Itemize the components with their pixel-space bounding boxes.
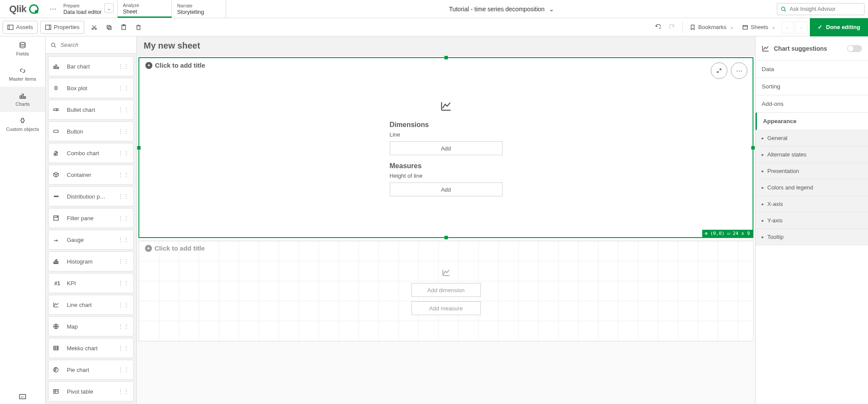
insight-search	[777, 0, 868, 18]
prev-sheet-button[interactable]: ‹	[781, 21, 793, 33]
paste-button[interactable]	[116, 21, 131, 34]
insight-search-input[interactable]	[789, 6, 861, 13]
prop-sub-alternate[interactable]: Alternate states	[756, 147, 868, 163]
prop-section-appearance[interactable]: Appearance	[756, 113, 868, 130]
visualization-line-chart-selected[interactable]: + Click to add title ⋯ Dimensions	[138, 57, 753, 238]
resize-handle-left[interactable]	[137, 146, 141, 150]
bookmarks-dropdown[interactable]: Bookmarks ⌄	[685, 21, 738, 34]
prop-sub-general[interactable]: General	[756, 130, 868, 147]
drag-grip-icon: ⋮⋮	[118, 171, 129, 178]
logo-text: Qlik	[9, 3, 26, 15]
sheet-canvas[interactable]: + Click to add title ⋯ Dimensions	[137, 55, 755, 404]
add-title-icon: +	[145, 245, 152, 252]
chart-item-mekko-chart[interactable]: Mekko chart⋮⋮	[48, 338, 134, 358]
prop-sub-colors-legend[interactable]: Colors and legend	[756, 179, 868, 196]
dimensions-heading: Dimensions	[390, 121, 503, 129]
chart-item-pie-chart[interactable]: Pie chart⋮⋮	[48, 360, 134, 380]
chart-item-combo-chart[interactable]: Combo chart⋮⋮	[48, 143, 134, 163]
prop-sub-presentation[interactable]: Presentation	[756, 163, 868, 179]
chart-suggestions-toggle[interactable]	[847, 45, 862, 52]
chart-suggestions-row: Chart suggestions	[756, 36, 868, 61]
undo-button[interactable]	[650, 21, 665, 34]
viz1-title[interactable]: + Click to add title	[139, 58, 753, 72]
app-logo[interactable]: Qlik	[0, 0, 48, 18]
chart-item-histogram[interactable]: Histogram⋮⋮	[48, 251, 134, 271]
sheets-dropdown[interactable]: Sheets ⌄	[738, 21, 779, 34]
drag-grip-icon: ⋮⋮	[118, 366, 129, 373]
insight-search-box[interactable]	[777, 3, 865, 15]
drag-grip-icon: ⋮⋮	[118, 215, 129, 222]
chart-item-kpi[interactable]: #1KPI⋮⋮	[48, 273, 134, 293]
app-title[interactable]: Tutorial - time series decomposition ⌄	[226, 0, 777, 18]
prop-section-addons[interactable]: Add-ons	[756, 95, 868, 113]
add-dimension-button[interactable]: Add dimension	[411, 283, 481, 297]
chart-item-line-chart[interactable]: Line chart⋮⋮	[48, 295, 134, 315]
delete-button[interactable]	[131, 21, 146, 34]
svg-rect-13	[123, 24, 125, 26]
resize-handle-top[interactable]	[444, 56, 448, 59]
strip-bottom-button[interactable]: x=	[19, 393, 26, 404]
chart-item-container[interactable]: Container⋮⋮	[48, 165, 134, 185]
prop-sub-yaxis[interactable]: Y-axis	[756, 212, 868, 229]
copy-button[interactable]	[102, 21, 116, 34]
chart-item-gauge[interactable]: Gauge⋮⋮	[48, 230, 134, 250]
resize-handle-bottom[interactable]	[444, 236, 448, 239]
fullscreen-button[interactable]	[711, 62, 727, 79]
add-dimension-button[interactable]: Add	[390, 141, 503, 155]
visualization-empty[interactable]: + Click to add title Add dimension Add m…	[138, 241, 753, 342]
assets-toggle-button[interactable]: Assets	[3, 21, 38, 34]
app-title-dropdown-icon: ⌄	[549, 6, 554, 13]
chart-item-pivot-table[interactable]: Pivot table⋮⋮	[48, 381, 134, 401]
add-title-icon: +	[145, 62, 152, 69]
app-title-text: Tutorial - time series decomposition	[449, 6, 544, 13]
prop-section-data[interactable]: Data	[756, 61, 868, 78]
tab-analyze[interactable]: Analyze Sheet	[118, 0, 172, 18]
prop-sub-tooltip[interactable]: Tooltip	[756, 229, 868, 245]
bookmarks-label: Bookmarks	[698, 24, 727, 30]
svg-line-38	[54, 173, 56, 175]
chart-item-map[interactable]: Map⋮⋮	[48, 316, 134, 336]
svg-rect-27	[54, 66, 55, 68]
redo-button[interactable]	[665, 21, 680, 34]
chart-type-icon: #1	[53, 280, 62, 287]
add-measure-button[interactable]: Add measure	[411, 301, 481, 315]
prop-section-sorting[interactable]: Sorting	[756, 78, 868, 95]
nav-more-icon[interactable]: ⋯	[48, 0, 58, 18]
add-measure-button[interactable]: Add	[390, 182, 503, 196]
chart-item-button[interactable]: Button⋮⋮	[48, 121, 134, 141]
svg-line-1	[785, 10, 786, 11]
scissors-icon	[91, 24, 97, 30]
next-sheet-button[interactable]: ›	[795, 21, 807, 33]
viz-more-button[interactable]: ⋯	[731, 62, 747, 79]
chart-item-filter-pane[interactable]: Filter pane⋮⋮	[48, 208, 134, 228]
strip-custom-objects[interactable]: Custom objects	[0, 112, 45, 137]
chart-item-box-plot[interactable]: Box plot⋮⋮	[48, 78, 134, 98]
tab-narrate[interactable]: Narrate Storytelling	[172, 0, 226, 18]
cut-button[interactable]	[87, 21, 102, 34]
left-icon-strip: Fields Master items Charts Custom object…	[0, 36, 46, 404]
strip-master-items[interactable]: Master items	[0, 62, 45, 87]
chart-item-bullet-chart[interactable]: Bullet chart⋮⋮	[48, 100, 134, 120]
strip-fields[interactable]: Fields	[0, 36, 45, 62]
chevron-down-icon: ⌄	[730, 25, 733, 29]
done-label: Done editing	[826, 24, 860, 30]
viz2-title[interactable]: + Click to add title	[139, 241, 753, 255]
done-editing-button[interactable]: ✓ Done editing	[810, 18, 868, 36]
assets-search-input[interactable]	[59, 41, 131, 49]
svg-rect-2	[8, 25, 13, 29]
strip-charts[interactable]: Charts	[0, 87, 45, 112]
properties-toggle-button[interactable]: Properties	[40, 21, 84, 34]
chart-item-distribution-p-[interactable]: Distribution p…⋮⋮	[48, 186, 134, 206]
tab-prepare[interactable]: Prepare Data load editor ⌄	[58, 0, 118, 18]
svg-point-43	[56, 196, 57, 197]
prepare-dropdown-icon[interactable]: ⌄	[104, 3, 114, 13]
properties-panel: Chart suggestions Data Sorting Add-ons A…	[755, 36, 868, 404]
chart-type-icon	[53, 85, 62, 91]
svg-rect-35	[54, 130, 59, 132]
svg-rect-51	[57, 261, 58, 264]
line-chart-icon	[762, 45, 769, 52]
sheet-title-bar[interactable]: My new sheet	[137, 36, 755, 55]
chart-item-bar-chart[interactable]: Bar chart⋮⋮	[48, 56, 134, 76]
resize-handle-right[interactable]	[751, 146, 755, 150]
prop-sub-xaxis[interactable]: X-axis	[756, 196, 868, 212]
